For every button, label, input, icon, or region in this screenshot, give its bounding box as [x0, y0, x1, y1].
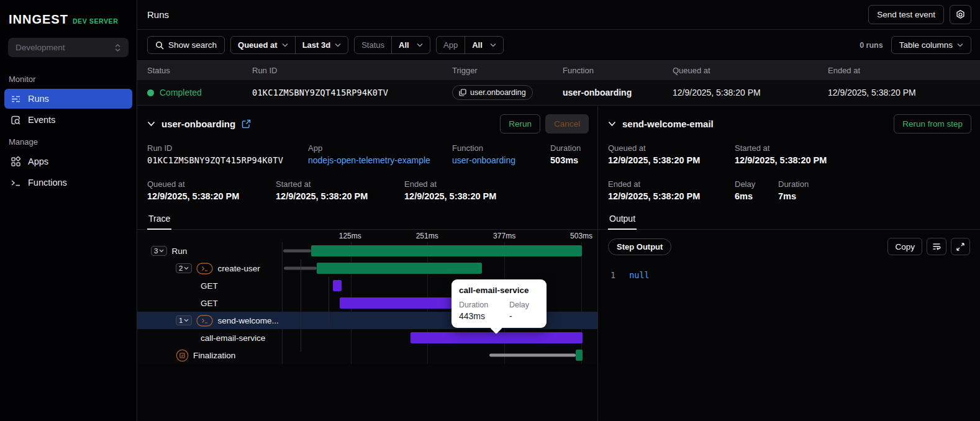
run-title: user-onboarding [161, 119, 235, 129]
app-filter-select[interactable]: All [465, 37, 503, 53]
child-count-badge[interactable]: 2 [176, 263, 192, 273]
sidebar-item-label: Functions [28, 178, 67, 188]
started-at-value: 12/9/2025, 5:38:20 PM [276, 191, 404, 201]
time-field-select[interactable]: Queued at [231, 37, 295, 53]
child-count-badge[interactable]: 3 [151, 246, 167, 256]
sidebar-item-events[interactable]: Events [4, 110, 132, 130]
run-detail-fields: Run ID 01KC1ZMSBNY9ZQT415RP94K0TV App no… [137, 140, 597, 165]
sidebar-item-label: Runs [28, 94, 49, 104]
cancel-button[interactable]: Cancel [545, 114, 589, 134]
rerun-button[interactable]: Rerun [500, 114, 540, 134]
child-count-badge[interactable]: 1 [176, 315, 192, 325]
external-link-icon[interactable] [242, 119, 251, 129]
axis-tick-label: 125ms [339, 232, 361, 240]
duration-label: Duration [550, 143, 581, 153]
step-ended-at-label: Ended at [608, 179, 735, 189]
app-label: App [308, 143, 452, 153]
status-filter-select[interactable]: All [391, 37, 430, 53]
expand-button[interactable] [951, 238, 970, 255]
step-started-at-label: Started at [735, 143, 827, 153]
word-wrap-button[interactable] [927, 238, 946, 255]
trace-wait-line[interactable] [489, 354, 576, 357]
step-duration-label: Duration [778, 179, 809, 189]
trace-tabbar: Trace [137, 210, 597, 230]
settings-button[interactable] [950, 5, 971, 24]
started-at-label: Started at [276, 179, 404, 189]
main-content: Runs Send test event Show search Queued … [137, 0, 980, 421]
trace-row-run[interactable]: 3Run [137, 242, 597, 260]
table-row[interactable]: Completed 01KC1ZMSBNY9ZQT415RP94K0TV use… [137, 80, 980, 106]
functions-icon [11, 178, 21, 188]
ended-at-cell: 12/9/2025, 5:38:20 PM [828, 88, 980, 97]
sidebar-item-runs[interactable]: Runs [4, 89, 132, 109]
line-number: 1 [610, 270, 615, 280]
step-delay-value: 6ms [735, 191, 778, 201]
run-detail-panel: user-onboarding Rerun Cancel Run ID 01KC… [137, 106, 598, 421]
step-queued-at-value: 12/9/2025, 5:38:20 PM [608, 155, 735, 165]
trace-row-call-email-service[interactable]: call-email-service [137, 329, 597, 346]
copy-button[interactable]: Copy [887, 238, 922, 255]
axis-tick-label: 251ms [416, 232, 438, 240]
step-title: send-welcome-email [622, 119, 714, 129]
trace-wait-line[interactable] [283, 250, 311, 253]
duration-value: 503ms [550, 155, 581, 165]
workspace-select[interactable]: Development [8, 38, 129, 57]
axis-tick-label: 503ms [570, 232, 592, 240]
runs-icon [11, 94, 21, 104]
trace-step-name: send-welcome... [217, 316, 278, 325]
word-wrap-icon [932, 242, 941, 251]
collapse-chevron-icon[interactable] [147, 121, 155, 127]
step-output-badge: Step Output [608, 238, 671, 255]
output-toolbar: Step Output Copy [598, 230, 980, 261]
event-icon [459, 89, 466, 96]
step-detail-panel: send-welcome-email Rerun from step Queue… [598, 106, 980, 421]
search-icon [155, 41, 164, 50]
function-link[interactable]: user-onboarding [452, 155, 550, 165]
column-header-trigger[interactable]: Trigger [452, 66, 563, 75]
monitor-section-label: Monitor [0, 68, 137, 88]
trace-row-label: 1send-welcome... [137, 315, 282, 327]
output-value: null [629, 270, 650, 280]
time-range-select[interactable]: Last 3d [295, 37, 348, 53]
rerun-from-step-button[interactable]: Rerun from step [894, 114, 971, 134]
trace-row-timeline [282, 242, 597, 260]
trace-row-timeline [282, 312, 597, 329]
send-test-event-button[interactable]: Send test event [868, 5, 944, 24]
trace-row-finalization[interactable]: Finalization [137, 346, 597, 364]
step-delay-label: Delay [735, 179, 778, 189]
trace-span-bar[interactable] [333, 280, 342, 291]
trace-span-bar[interactable] [311, 245, 582, 256]
collapse-chevron-icon[interactable] [608, 121, 616, 127]
column-header-ended-at[interactable]: Ended at [828, 66, 980, 75]
app-link[interactable]: nodejs-open-telemetry-example [308, 155, 452, 165]
column-header-queued-at[interactable]: Queued at [673, 66, 828, 75]
column-header-run-id[interactable]: Run ID [252, 66, 452, 75]
trace-span-bar[interactable] [340, 297, 463, 309]
trace-row-label: call-email-service [137, 333, 282, 343]
show-search-button[interactable]: Show search [147, 36, 225, 54]
sidebar-item-apps[interactable]: Apps [4, 152, 132, 171]
trace-row-timeline [282, 294, 597, 312]
trace-row-create-user[interactable]: 2create-user [137, 260, 597, 277]
dev-server-tag: DEV SERVER [73, 17, 119, 25]
sidebar-item-functions[interactable]: Functions [4, 173, 132, 192]
sidebar-item-label: Apps [28, 156, 48, 166]
ended-at-label: Ended at [404, 179, 496, 189]
trace-span-bar[interactable] [576, 350, 582, 361]
top-bar: Runs Send test event [137, 0, 980, 30]
trace-row-timeline [282, 329, 597, 346]
brand: INNGEST DEV SERVER [0, 9, 137, 35]
table-columns-button[interactable]: Table columns [891, 36, 971, 54]
trigger-badge[interactable]: user.onboarding [452, 85, 533, 100]
trace-span-bar[interactable] [411, 332, 583, 343]
step-detail-times1: Queued at 12/9/2025, 5:38:20 PM Started … [598, 140, 980, 165]
column-header-function[interactable]: Function [563, 66, 673, 75]
step-started-at-value: 12/9/2025, 5:38:20 PM [735, 155, 827, 165]
function-cell: user-onboarding [563, 88, 673, 97]
trace-span-bar[interactable] [317, 263, 482, 274]
output-tabbar: Output [598, 210, 980, 230]
tab-output[interactable]: Output [608, 210, 637, 229]
tab-trace[interactable]: Trace [147, 210, 171, 229]
trace-step-name: GET [201, 281, 218, 291]
column-header-status[interactable]: Status [147, 66, 252, 75]
